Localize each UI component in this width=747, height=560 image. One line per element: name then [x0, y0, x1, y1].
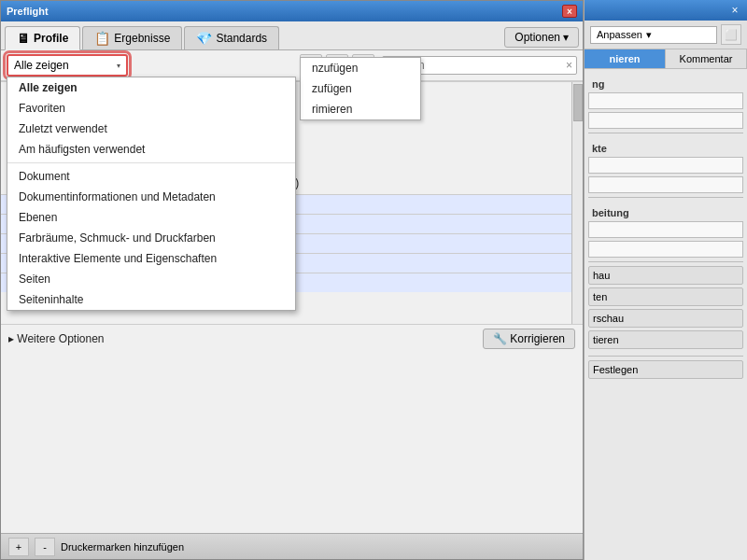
dropdown-item-farbraeume[interactable]: Farbräume, Schmuck- und Druckfarben [7, 228, 295, 248]
tab-definieren[interactable]: nieren [585, 49, 666, 68]
right-section-kte: kte [588, 137, 743, 157]
bottom-bar: ▸ Weitere Optionen 🔧 Korrigieren [1, 324, 583, 353]
taskbar-add-button[interactable]: + [8, 538, 29, 556]
dropdown-item-interaktive[interactable]: Interaktive Elemente und Eigenschaften [7, 248, 295, 269]
right-anpassen-label: Anpassen [597, 29, 642, 40]
window-close-button[interactable]: × [562, 5, 577, 18]
right-btn-tieren[interactable]: tieren [588, 330, 743, 349]
korrigieren-button[interactable]: 🔧 Korrigieren [483, 329, 575, 349]
scroll-thumb[interactable] [573, 84, 583, 121]
context-item-1[interactable]: nzufügen [301, 58, 420, 78]
right-divider-2 [588, 197, 743, 198]
context-panel: nzufügen zufügen rimieren [300, 57, 421, 120]
taskbar-remove-button[interactable]: - [35, 538, 55, 556]
optionen-arrow-icon: ▾ [563, 31, 569, 44]
filter-dropdown-button[interactable]: Alle zeigen ▾ [7, 54, 128, 77]
weitere-optionen-link[interactable]: ▸ Weitere Optionen [8, 332, 105, 345]
right-divider-1 [588, 133, 743, 133]
right-input-kte-2[interactable] [588, 176, 743, 193]
right-tabs: nieren Kommentar [585, 49, 747, 69]
dropdown-divider-1 [7, 162, 295, 163]
filter-dropdown-menu: Alle zeigen Favoriten Zuletzt verwendet … [7, 77, 296, 311]
context-item-3[interactable]: rimieren [301, 99, 420, 119]
optionen-label: Optionen [514, 31, 560, 44]
right-btn-vorschau2[interactable]: rschau [588, 309, 743, 328]
profile-icon: 🖥 [17, 31, 30, 46]
window-title: Preflight [7, 6, 562, 17]
filter-dropdown-value: Alle zeigen [14, 59, 69, 72]
right-panel-icon-button[interactable]: ⬜ [721, 24, 741, 45]
taskbar: + - Druckermarken hinzufügen [1, 533, 583, 559]
dropdown-item-dokumentinfo[interactable]: Dokumentinformationen und Metadaten [7, 187, 295, 207]
scroll-track [571, 82, 583, 324]
context-item-2[interactable]: zufügen [301, 78, 420, 99]
dropdown-item-haeufigsten[interactable]: Am häufigsten verwendet [7, 139, 295, 160]
main-window: Preflight × 🖥 Profile 📋 Ergebnisse 💎 Sta… [0, 0, 584, 560]
right-anpassen-arrow-icon: ▾ [646, 29, 652, 41]
optionen-button[interactable]: Optionen ▾ [504, 27, 579, 48]
right-panel: × Anpassen ▾ ⬜ nieren Kommentar ng kte b… [584, 0, 747, 560]
right-btn-vorschau[interactable]: hau [588, 266, 743, 285]
right-panel-close-button[interactable]: × [728, 4, 741, 17]
right-input-bearbeitung-2[interactable] [588, 241, 743, 258]
standards-icon: 💎 [196, 31, 212, 46]
ergebnisse-icon: 📋 [94, 31, 110, 46]
tab-kommentar[interactable]: Kommentar [666, 49, 747, 68]
right-input-bearbeitung-1[interactable] [588, 221, 743, 238]
dropdown-item-favoriten[interactable]: Favoriten [7, 98, 295, 119]
right-btn-festlegen[interactable]: Festlegen [588, 360, 743, 379]
dropdown-item-ebenen[interactable]: Ebenen [7, 207, 295, 228]
tab-ergebnisse-label: Ergebnisse [114, 32, 170, 45]
right-section-allg: ng [588, 73, 743, 92]
right-divider-3 [588, 261, 743, 262]
right-panel-toolbar: Anpassen ▾ ⬜ [585, 21, 747, 49]
right-input-kte-1[interactable] [588, 157, 743, 174]
toolbar-row: Alle zeigen ▾ Alle zeigen Favoriten Zule… [1, 50, 583, 81]
right-panel-title-bar: × [585, 0, 747, 21]
weitere-optionen-label: ▸ Weitere Optionen [8, 332, 105, 345]
dropdown-item-seiteninhalte[interactable]: Seiteninhalte [7, 289, 295, 310]
dropdown-item-seiten[interactable]: Seiten [7, 269, 295, 289]
tab-bar: 🖥 Profile 📋 Ergebnisse 💎 Standards Optio… [1, 21, 583, 50]
filter-dropdown-wrapper: Alle zeigen ▾ Alle zeigen Favoriten Zule… [7, 54, 128, 77]
dropdown-item-dokument[interactable]: Dokument [7, 166, 295, 187]
korrigieren-label: Korrigieren [510, 332, 565, 345]
tab-definieren-label: nieren [609, 53, 640, 64]
right-panel-content: ng kte beitung hau ten rschau tieren Fes… [585, 69, 747, 560]
right-anpassen-button[interactable]: Anpassen ▾ [590, 26, 717, 44]
dropdown-item-alle-zeigen[interactable]: Alle zeigen [7, 77, 295, 98]
tab-profile-label: Profile [34, 32, 68, 45]
tab-ergebnisse[interactable]: 📋 Ergebnisse [82, 26, 182, 49]
tab-standards-label: Standards [216, 32, 267, 45]
title-bar: Preflight × [1, 1, 583, 21]
tab-kommentar-label: Kommentar [680, 53, 733, 64]
filter-dropdown-arrow-icon: ▾ [117, 62, 120, 70]
dropdown-item-zuletzt[interactable]: Zuletzt verwendet [7, 119, 295, 139]
tab-profile[interactable]: 🖥 Profile [5, 26, 80, 50]
right-divider-4 [588, 356, 743, 357]
korrigieren-icon: 🔧 [493, 332, 507, 345]
right-input-allg-2[interactable] [588, 112, 743, 129]
taskbar-label: Druckermarken hinzufügen [61, 541, 575, 553]
right-input-allg-1[interactable] [588, 92, 743, 109]
search-clear-icon[interactable]: × [566, 59, 572, 72]
right-btn-ten[interactable]: ten [588, 287, 743, 306]
right-section-bearbeitung: beitung [588, 202, 743, 221]
tab-standards[interactable]: 💎 Standards [184, 26, 279, 49]
